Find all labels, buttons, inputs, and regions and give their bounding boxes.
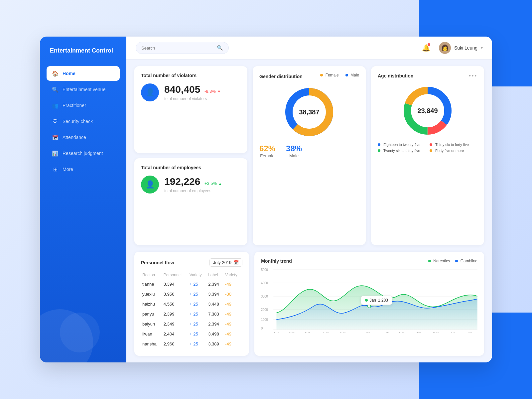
svg-text:Aug: Aug [274,332,280,333]
age-dot-0 [378,143,380,146]
calendar-icon: 📅 [233,260,239,265]
age-label-0: Eighteen to twenty-five [383,143,420,147]
up-arrow-icon: ▲ [218,182,222,186]
more-options-button[interactable]: ••• [469,73,477,79]
cell-var1: + 25 [188,319,207,329]
cell-var1: + 25 [188,289,207,299]
age-legend: Eighteen to twenty-five Thirty six to fo… [378,143,477,153]
gender-legend: Female Male [320,73,359,77]
sidebar-item-attendance[interactable]: 📅 Attendance [47,130,120,145]
employees-change: +3.5% [204,181,217,186]
sidebar-deco-circle-2 [60,313,100,352]
personnel-title: Personnel flow [141,260,174,265]
cell-label: 7,383 [207,309,224,319]
tooltip-value: 1,283 [378,298,388,303]
personnel-table-wrapper: Region Personnel Variety Label Variety t… [141,271,242,349]
search-input[interactable] [141,46,214,51]
date-picker-value: July 2019 [213,260,232,265]
table-row: liwan 2,404 + 25 3,498 -49 [141,329,242,339]
person-icon: 👤 [146,88,155,97]
card-violators: Total number of violators 👤 840,405 -8.3… [134,66,247,153]
cell-region: baiyun [141,319,162,329]
col-personnel: Personnel [162,271,188,279]
personnel-header: Personnel flow July 2019 📅 [141,258,242,267]
cell-var2: -49 [224,309,242,319]
cell-var1: + 25 [188,299,207,309]
svg-text:Dec: Dec [340,332,346,333]
card-age: Age distribution ••• [371,66,484,245]
cell-personnel: 2,349 [162,319,188,329]
tooltip-point [368,305,371,308]
female-legend-dot [320,74,323,76]
age-legend-item-2: Twenty six to thirty five [378,149,426,153]
age-label-1: Thirty six to forty five [435,143,469,147]
female-legend: Female [320,73,338,77]
security-icon: 🛡 [52,118,59,125]
table-row: yuexiu 3,950 + 25 3,394 -30 [141,289,242,299]
practitioner-icon: 👥 [52,102,59,109]
user-name: Suki Leung [454,45,477,51]
female-pct: 62% [259,144,275,153]
svg-text:2000: 2000 [261,308,268,312]
violators-icon: 👤 [141,83,159,101]
svg-text:Jul: Jul [468,332,472,333]
gambling-label: Gambling [461,259,477,263]
violators-change: -8.3% [204,89,216,94]
sidebar-item-research[interactable]: 📊 Research judgment [47,146,120,161]
cell-personnel: 3,394 [162,279,188,289]
col-variety1: Variety [188,271,207,279]
svg-text:Feb: Feb [384,332,389,333]
col-region: Region [141,271,162,279]
dashboard: Total number of violators 👤 840,405 -8.3… [126,60,492,252]
age-header: Age distribution ••• [378,73,477,79]
user-info[interactable]: 👩 Suki Leung ▾ [439,42,483,54]
sidebar-item-venue[interactable]: 🔍 Entertainment venue [47,82,120,97]
violators-numbers: 840,405 -8.3% ▼ total number of violator… [164,84,221,101]
card-trend: Monthly trend Narcotics Gambling [254,252,484,356]
search-icon: 🔍 [217,45,223,51]
cell-personnel: 4,550 [162,299,188,309]
main-content: 🔍 🔔 👩 Suki Leung ▾ Total number of viola… [126,37,492,362]
female-label: Female [259,153,275,158]
employees-title: Total number of employees [141,165,241,170]
male-pct: 38% [286,144,302,153]
employees-number: 192,226 [164,176,200,187]
date-picker[interactable]: July 2019 📅 [209,258,243,267]
trend-chart: 5000 4000 3000 2000 1000 0 [261,266,477,333]
sidebar-item-home[interactable]: 🏠 Home [47,66,120,81]
employees-numbers: 192,226 +3.5% ▲ total number of employee… [164,176,222,193]
age-label-2: Twenty six to thirty five [383,149,420,153]
cell-personnel: 3,950 [162,289,188,299]
svg-text:May: May [433,332,439,333]
cell-var2: -49 [224,279,242,289]
svg-text:4000: 4000 [261,281,268,285]
age-legend-item-3: Forty five or more [430,149,477,153]
violators-number: 840,405 [164,84,200,95]
cell-personnel: 2,404 [162,329,188,339]
main-container: Entertainment Control 🏠 Home 🔍 Entertain… [40,37,492,362]
svg-text:3000: 3000 [261,295,268,298]
cell-var2: -49 [224,339,242,349]
search-bar[interactable]: 🔍 [136,42,229,54]
sidebar-nav: 🏠 Home 🔍 Entertainment venue 👥 Practitio… [47,66,120,177]
employees-number-row: 192,226 +3.5% ▲ [164,176,222,187]
female-pct-block: 62% Female [259,144,275,158]
employees-label: total number of employees [164,189,222,193]
table-row: tianhe 3,394 + 25 2,394 -49 [141,279,242,289]
cell-var1: + 25 [188,339,207,349]
sidebar: Entertainment Control 🏠 Home 🔍 Entertain… [40,37,126,362]
svg-text:Mar: Mar [399,332,405,333]
male-legend-label: Male [350,73,359,77]
dashboard-bottom: Personnel flow July 2019 📅 Region Person… [126,252,492,362]
sidebar-item-security[interactable]: 🛡 Security check [47,114,120,129]
gambling-legend: Gambling [455,259,477,263]
notification-button[interactable]: 🔔 [420,42,432,54]
employees-stat-row: 👤 192,226 +3.5% ▲ total number of employ… [141,176,241,194]
table-row: baiyun 2,349 + 25 2,394 -49 [141,319,242,329]
sidebar-item-more[interactable]: ⊞ More [47,162,120,177]
table-header-row: Region Personnel Variety Label Variety [141,271,242,279]
violators-label: total number of violators [164,96,221,101]
sidebar-item-practitioner[interactable]: 👥 Practitioner [47,98,120,113]
tooltip-month: Jan [370,298,376,303]
cell-label: 2,394 [207,319,224,329]
